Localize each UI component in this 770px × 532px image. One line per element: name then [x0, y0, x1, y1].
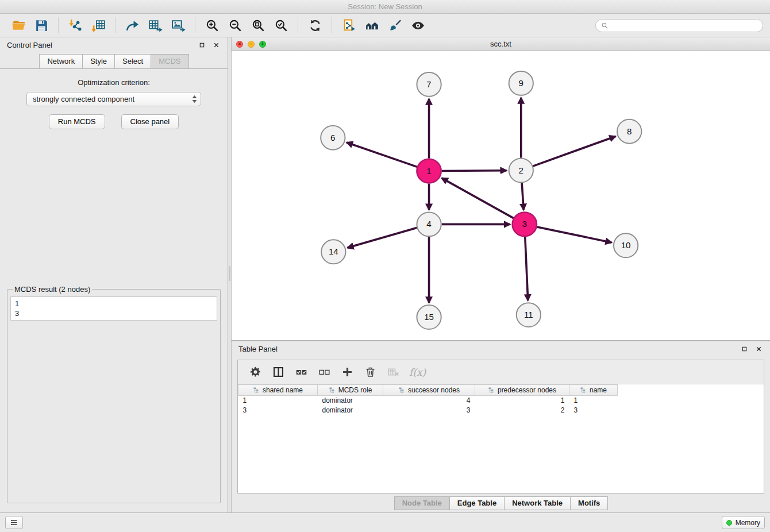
open-folder-icon[interactable] [7, 16, 30, 34]
table-cell[interactable]: 1 [238, 396, 318, 406]
graph-node-8[interactable]: 8 [617, 119, 641, 144]
table-row[interactable]: 3dominator323 [238, 406, 618, 415]
graph-node-7[interactable]: 7 [417, 72, 441, 97]
graph-edge-2-8[interactable] [533, 136, 616, 166]
search-box[interactable] [595, 19, 763, 32]
deselect-all-icon[interactable] [315, 364, 333, 381]
table-cell[interactable]: 3 [569, 406, 618, 415]
run-mcds-button[interactable]: Run MCDS [49, 114, 105, 129]
tab-node-table[interactable]: Node Table [394, 496, 450, 510]
mcds-result-list[interactable]: 13 [10, 296, 217, 321]
table-cell[interactable]: dominator [318, 396, 383, 406]
network-file-icon[interactable] [337, 16, 360, 34]
window-minimize-icon[interactable] [248, 41, 255, 48]
tab-mcds[interactable]: MCDS [151, 54, 188, 68]
graph-edge-1-6[interactable] [346, 142, 417, 167]
zoom-out-icon[interactable] [224, 16, 247, 34]
node-table-grid: shared nameMCDS rolesuccessor nodesprede… [238, 384, 618, 415]
graph-edge-4-14[interactable] [348, 228, 417, 248]
graph-node-label: 1 [426, 166, 431, 176]
column-header-mcds-role[interactable]: MCDS role [318, 385, 383, 396]
select-all-icon[interactable] [292, 364, 310, 381]
column-header-successor-nodes[interactable]: successor nodes [383, 385, 475, 396]
panel-splitter[interactable] [228, 37, 232, 512]
gear-icon[interactable] [246, 364, 264, 381]
zoom-fit-icon[interactable] [247, 16, 270, 34]
table-cell[interactable]: 1 [475, 396, 569, 406]
style-brush-icon[interactable] [383, 16, 406, 34]
control-panel-tabs: NetworkStyleSelectMCDS [0, 53, 228, 69]
graph-node-label: 10 [621, 240, 631, 250]
graph-node-14[interactable]: 14 [321, 240, 345, 264]
column-header-name[interactable]: name [569, 385, 618, 396]
import-table-icon[interactable] [87, 16, 110, 34]
export-image-icon[interactable] [167, 16, 190, 34]
network-canvas[interactable]: 7968124314101511 [232, 51, 770, 340]
home-icon[interactable] [360, 16, 383, 34]
tab-network[interactable]: Network [39, 54, 83, 68]
window-zoom-icon[interactable] [259, 41, 266, 48]
eye-icon[interactable] [406, 16, 429, 34]
mcds-result-item[interactable]: 1 [15, 299, 213, 309]
network-graph[interactable]: 7968124314101511 [232, 51, 770, 340]
tab-motifs[interactable]: Motifs [570, 496, 608, 510]
float-panel-icon[interactable] [198, 41, 206, 49]
export-network-icon[interactable] [121, 16, 144, 34]
columns-icon[interactable] [269, 364, 287, 381]
mcds-result-item[interactable]: 3 [15, 309, 213, 318]
network-window: scc.txt 7968124314101511 [232, 37, 770, 341]
graph-edge-3-10[interactable] [537, 227, 611, 242]
table-cell[interactable]: 3 [238, 406, 318, 415]
graph-edge-3-11[interactable] [525, 237, 528, 300]
table-panel-title: Table Panel [238, 345, 734, 353]
zoom-in-icon[interactable] [201, 16, 224, 34]
graph-node-4[interactable]: 4 [417, 212, 441, 236]
graph-node-10[interactable]: 10 [614, 233, 638, 257]
tab-style[interactable]: Style [82, 54, 115, 68]
import-network-icon[interactable] [64, 16, 87, 34]
graph-node-6[interactable]: 6 [321, 126, 345, 150]
graph-node-2[interactable]: 2 [509, 159, 533, 183]
zoom-selected-icon[interactable] [270, 16, 292, 34]
graph-edge-3-1[interactable] [442, 178, 514, 218]
table-row[interactable]: 1dominator411 [238, 396, 618, 406]
add-column-icon[interactable] [338, 364, 356, 381]
main-toolbar [0, 14, 770, 37]
close-panel-button[interactable]: Close panel [121, 114, 179, 129]
column-header-predecessor-nodes[interactable]: predecessor nodes [475, 385, 569, 396]
tab-network-table[interactable]: Network Table [504, 496, 571, 510]
table-cell[interactable]: dominator [318, 406, 383, 415]
graph-node-11[interactable]: 11 [517, 303, 541, 327]
apply-layout-icon[interactable] [303, 16, 326, 34]
toolbar-separator [332, 17, 332, 33]
table-cell[interactable]: 1 [569, 396, 618, 406]
window-titlebar[interactable]: Session: New Session [0, 0, 770, 14]
table-cell[interactable]: 2 [475, 406, 569, 415]
table-cell[interactable]: 3 [383, 406, 475, 415]
table-cell[interactable]: 4 [383, 396, 475, 406]
network-window-titlebar[interactable]: scc.txt [232, 37, 770, 51]
column-header-shared-name[interactable]: shared name [238, 385, 318, 396]
graph-node-3[interactable]: 3 [513, 212, 537, 236]
tree-icon [398, 387, 405, 394]
graph-edge-2-3[interactable] [522, 183, 523, 210]
save-session-icon[interactable] [30, 16, 53, 34]
export-table-icon[interactable] [144, 16, 167, 34]
close-panel-x-icon[interactable] [212, 41, 221, 49]
window-close-icon[interactable] [236, 41, 243, 48]
graph-node-15[interactable]: 15 [417, 305, 441, 329]
optimization-criterion-dropdown[interactable]: strongly connected component [26, 92, 201, 106]
search-input[interactable] [611, 21, 757, 29]
node-table[interactable]: shared nameMCDS rolesuccessor nodesprede… [238, 384, 764, 493]
graph-node-label: 4 [426, 219, 431, 229]
graph-node-1[interactable]: 1 [417, 159, 441, 183]
tab-select[interactable]: Select [114, 54, 151, 68]
trash-icon[interactable] [361, 364, 379, 381]
task-history-button[interactable] [5, 516, 23, 529]
table-float-icon[interactable] [740, 345, 749, 353]
table-close-icon[interactable] [754, 345, 763, 353]
tab-edge-table[interactable]: Edge Table [449, 496, 505, 510]
graph-edge-1-2[interactable] [442, 171, 507, 171]
memory-button[interactable]: Memory [722, 516, 765, 529]
graph-node-9[interactable]: 9 [509, 71, 533, 95]
